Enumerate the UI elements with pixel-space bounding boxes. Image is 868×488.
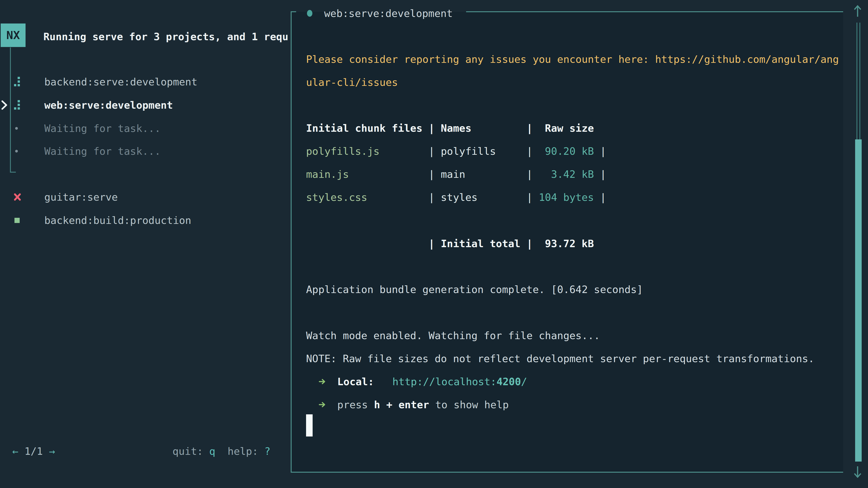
scrollbar-thumb[interactable] [855,139,862,462]
sidebar-title: Running serve for 3 projects, and 1 requ [43,30,287,43]
pipe: | [526,238,539,250]
local-label: Local: [337,376,374,388]
task-label: backend:serve:development [44,76,197,88]
pipe: | [600,145,606,157]
press-keys: h + enter [374,399,429,411]
press-help-text: press h + enter to show help [337,399,509,411]
press-prefix: press [337,399,374,411]
initial-total-label: Initial total [441,238,526,250]
initial-total-size: 93.72 kB [539,238,594,250]
nx-logo: NX [1,24,26,47]
chunk-table-header: Initial chunk files|Names|Raw size [306,121,594,135]
pipe: | [526,145,539,157]
help-hint-label: help: [215,445,265,457]
chunk-file: polyfills.js [306,145,429,157]
nx-tui-terminal: { "colors": { "accent_teal": "#5fb4ae", … [0,0,868,488]
task-label: Waiting for task... [44,145,161,157]
right-arrow-icon [319,401,326,408]
local-url-line: Local: http://localhost:4200/ [319,375,527,389]
right-arrow-icon [319,379,326,385]
watch-mode-line: Watch mode enabled. Watching for file ch… [306,328,600,343]
chunk-name: styles [441,191,526,203]
page-indicator: 1/1 [18,445,49,457]
pipe: | [429,168,441,180]
press-suffix: to show help [429,399,508,411]
pipe: | [526,191,539,203]
press-help-line: press h + enter to show help [319,398,509,412]
success-square-icon [14,218,20,223]
scrollbar-track[interactable] [857,23,860,139]
task-label-selected: web:serve:development [44,99,173,111]
pipe: | [429,238,441,250]
task-group-line-foot [10,172,16,173]
pagination: ← 1/1 → [12,444,55,458]
task-row-waiting-1[interactable]: Waiting for task... [0,121,287,135]
task-row-backend-build[interactable]: backend:build:production [0,213,287,227]
task-row-guitar-serve[interactable]: guitar:serve [0,190,287,204]
task-label: guitar:serve [44,191,118,203]
panel-top-border-stub [291,11,296,12]
quit-hint-label: quit: [173,445,209,457]
panel-header: web:serve:development [307,6,453,20]
spinner-icon [14,100,20,110]
error-x-icon [13,193,22,201]
pipe: | [429,145,441,157]
url-port: 4200 [496,376,521,388]
spinner-icon [14,77,20,87]
task-label: Waiting for task... [44,123,161,134]
chunk-size: 90.20 kB [539,145,594,157]
pipe: | [526,168,539,180]
table-total-row: |Initial total|93.72 kB [306,236,594,251]
page-next-arrow[interactable]: → [49,445,55,457]
quit-key: q [209,445,215,457]
scroll-down-icon[interactable] [852,465,864,479]
table-row: main.js|main|3.42 kB| [306,167,606,181]
table-row: styles.css|styles|104 bytes| [306,190,606,204]
page-prev-arrow[interactable]: ← [12,445,18,457]
chunk-size: 104 bytes [539,191,594,203]
angular-notice-line2: ular-cli/issues [306,75,398,89]
pipe: | [429,122,441,134]
task-row-backend-serve[interactable]: backend:serve:development [0,75,287,89]
table-row: polyfills.js|polyfills|90.20 kB| [306,144,606,158]
keyboard-hints: quit: q help: ? [173,444,271,458]
task-label: backend:build:production [44,215,191,226]
chunk-size: 3.42 kB [539,168,594,180]
running-status-dot-icon [307,10,312,17]
url-prefix: http://localhost: [393,376,497,388]
pipe: | [600,168,606,180]
task-row-web-serve[interactable]: web:serve:development [0,98,287,112]
waiting-dot-icon [15,127,18,130]
panel-top-border-line [466,11,843,12]
scroll-up-icon[interactable] [852,4,864,18]
pipe: | [600,191,606,203]
localhost-url[interactable]: http://localhost:4200/ [393,376,527,388]
chunk-file: styles.css [306,191,429,203]
panel-title: web:serve:development [324,7,453,20]
chunk-file: main.js [306,168,429,180]
col-initial-chunk-files: Initial chunk files [306,122,429,134]
chunk-name: main [441,168,526,180]
col-raw-size: Raw size [539,122,594,134]
terminal-cursor [306,414,313,436]
pipe: | [429,191,441,203]
col-names: Names [441,122,526,134]
chunk-name: polyfills [441,145,526,157]
task-row-waiting-2[interactable]: Waiting for task... [0,144,287,158]
url-slash: / [521,376,527,388]
note-line: NOTE: Raw file sizes do not reflect deve… [306,352,814,365]
pipe: | [526,122,539,134]
waiting-dot-icon [15,150,18,153]
bundle-complete-line: Application bundle generation complete. … [306,283,643,296]
help-key: ? [264,445,270,457]
angular-notice-line1: Please consider reporting any issues you… [306,52,839,66]
